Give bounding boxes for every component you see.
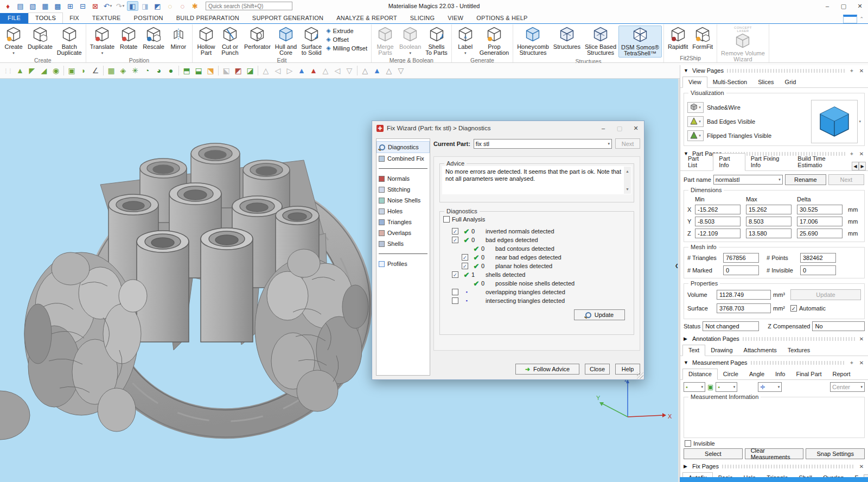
shells-to-parts-button[interactable]: Shells To Parts xyxy=(423,26,449,56)
ribbon-tab-options-help[interactable]: OPTIONS & HELP xyxy=(470,13,534,23)
label-button[interactable]: ALabel▾ xyxy=(454,26,477,56)
shade-wire-button[interactable]: ▾ xyxy=(687,102,704,113)
second-point-combo[interactable]: •▾ xyxy=(716,382,737,392)
advice-scrollbar[interactable]: ▲▼ xyxy=(624,167,631,194)
sphere-mark-tool-icon[interactable]: ● xyxy=(165,65,177,77)
dropdown-caret-icon[interactable]: ▾ xyxy=(123,4,125,8)
expand-arrow-icon[interactable]: ▶ xyxy=(684,464,689,469)
update-properties-button[interactable]: Update xyxy=(790,289,861,300)
add-part-icon[interactable]: ⊞ xyxy=(65,1,76,11)
ribbon-tab-texture[interactable]: TEXTURE xyxy=(86,13,127,23)
diagnostic-checkbox[interactable]: ✓ xyxy=(452,271,458,278)
dialog-maximize-icon[interactable]: ▢ xyxy=(611,122,628,135)
dropdown-caret-icon[interactable]: ▾ xyxy=(699,105,701,110)
surface-to-solid-button[interactable]: Surface to Solid xyxy=(299,26,324,56)
ribbon-tab-slicing[interactable]: SLICING xyxy=(404,13,441,23)
tab-slices[interactable]: Slices xyxy=(752,77,779,87)
sector-mark-tool-icon[interactable]: ◔ xyxy=(141,65,153,77)
dropdown-caret-icon[interactable]: ▾ xyxy=(110,4,112,8)
y-delta-value[interactable]: 17.006 xyxy=(797,217,843,226)
milling-offset-button[interactable]: ◈Milling Offset xyxy=(326,45,367,52)
dropdown-caret-icon[interactable]: ▾ xyxy=(733,385,736,389)
rename-button[interactable]: Rename xyxy=(785,174,826,185)
volume-value[interactable]: 1128.749 xyxy=(717,290,771,300)
dropdown-caret-icon[interactable]: ▾ xyxy=(778,385,780,389)
tab-text[interactable]: Text xyxy=(682,345,705,356)
collapse-triangle-tool-icon[interactable]: ▽ xyxy=(395,65,407,77)
collapse-arrow-icon[interactable]: ▼ xyxy=(684,68,689,73)
x-delta-value[interactable]: 30.525 xyxy=(797,205,843,214)
cube-orange-tool-icon[interactable]: ⬔ xyxy=(205,65,216,77)
rapidfit-button[interactable]: Rapidfit xyxy=(666,26,690,50)
dialog-title-bar[interactable]: ✚ Fix Wizard (Part: fix stl) > Diagnosti… xyxy=(372,121,644,135)
dropdown-caret-icon[interactable]: ▾ xyxy=(12,50,15,56)
save-part-icon[interactable]: ⊟ xyxy=(77,1,88,11)
hollow-part-button[interactable]: Hollow Part xyxy=(194,26,218,56)
y-min-value[interactable]: -8.503 xyxy=(695,217,741,226)
dropdown-caret-icon[interactable]: ▾ xyxy=(699,134,701,138)
formfit-button[interactable]: FormFit xyxy=(690,26,715,50)
ribbon-tab-analyze-report[interactable]: ANALYZE & REPORT xyxy=(330,13,404,23)
slice-based-structures-button[interactable]: Slice Based Structures xyxy=(583,26,618,56)
mark-surface-tool-icon[interactable]: ◢ xyxy=(38,65,50,77)
clear-measurements-button[interactable]: Clear Measurements xyxy=(745,448,804,459)
flipped-triangles-visible-button[interactable]: ▾ xyxy=(687,130,704,141)
diagnostic-checkbox[interactable]: ✓ xyxy=(452,237,458,243)
window-mark-tool-icon[interactable]: ▦ xyxy=(105,65,117,77)
tab-grid[interactable]: Grid xyxy=(780,77,802,87)
new-scene-icon[interactable]: ▤ xyxy=(15,1,26,11)
close-panel-icon[interactable]: ✕ xyxy=(858,68,865,74)
rotate-button[interactable]: Rotate xyxy=(117,26,141,50)
z-min-value[interactable]: -12.109 xyxy=(695,229,741,238)
select-triangle-tool-icon[interactable]: ▲ xyxy=(14,65,26,77)
annotation-pages-header[interactable]: ▶ Annotation Pages ✕ xyxy=(680,333,868,344)
exact-point-button[interactable]: ▣ xyxy=(707,383,713,391)
current-part-combo[interactable]: fix stl▾ xyxy=(474,139,612,149)
tab-build-time-estimatio[interactable]: Build Time Estimatio xyxy=(792,154,852,170)
axis-mode-combo[interactable]: ✛▾ xyxy=(758,382,782,392)
spread-mark-tool-icon[interactable]: ✳ xyxy=(129,65,141,77)
fix-wizard-page-noise-shells[interactable]: Noise Shells xyxy=(376,195,430,206)
tab-distance[interactable]: Distance xyxy=(682,369,718,380)
ribbon-tab-position[interactable]: POSITION xyxy=(127,13,170,23)
tab-angle[interactable]: Angle xyxy=(744,369,770,379)
mirror-button[interactable]: Mirror xyxy=(167,26,190,50)
marked-cube-tool-icon[interactable]: ◩ xyxy=(232,65,244,77)
settings-icon[interactable]: ✱ xyxy=(189,1,201,11)
fix-wizard-page-diagnostics[interactable]: Diagnostics xyxy=(376,141,430,153)
x-max-value[interactable]: 15.262 xyxy=(746,205,792,214)
tab-textures[interactable]: Textures xyxy=(782,345,816,356)
pin-icon[interactable]: + xyxy=(848,68,855,74)
collapse-ribbon-icon[interactable]: ⌃ xyxy=(859,16,864,22)
flip-left-tool-icon[interactable]: ◁ xyxy=(331,65,343,77)
update-diagnostics-button[interactable]: Update xyxy=(574,309,625,320)
save-as-icon[interactable]: ▩ xyxy=(52,1,63,11)
dropdown-caret-icon[interactable]: ▾ xyxy=(699,119,701,124)
tab-drawing[interactable]: Drawing xyxy=(705,345,738,356)
zoom-in-icon[interactable]: ◌ xyxy=(164,1,176,11)
scroll-right-icon[interactable]: ▶ xyxy=(859,162,866,170)
polyline-mark-tool-icon[interactable]: ∠ xyxy=(90,65,101,77)
points-value[interactable]: 382462 xyxy=(800,253,836,263)
hull-and-core-button[interactable]: Hull and Core xyxy=(273,26,299,56)
triangles-value[interactable]: 767856 xyxy=(723,253,759,263)
diagnostic-checkbox[interactable] xyxy=(452,297,458,304)
green-cube-tool-icon[interactable]: ◪ xyxy=(244,65,256,77)
diagnostic-checkbox[interactable]: ✓ xyxy=(462,263,468,269)
dropdown-caret-icon[interactable]: ▾ xyxy=(464,50,467,56)
pin-icon[interactable]: + xyxy=(848,360,855,366)
dropdown-caret-icon[interactable]: ▾ xyxy=(101,50,104,56)
expand-arrow-icon[interactable]: ▶ xyxy=(684,336,689,341)
point-mode-combo[interactable]: •▾ xyxy=(684,382,705,392)
ribbon-tab-support-generation[interactable]: SUPPORT GENERATION xyxy=(246,13,330,23)
z-max-value[interactable]: 13.580 xyxy=(746,229,792,238)
surface-value[interactable]: 3768.703 xyxy=(717,303,771,313)
automatic-checkbox[interactable]: ✓ xyxy=(790,305,797,312)
tab-info[interactable]: Info xyxy=(770,369,790,379)
cube-mark-tool-icon[interactable]: ⬒ xyxy=(181,65,193,77)
tab-attachments[interactable]: Attachments xyxy=(738,345,782,356)
outline-triangle-tool-icon[interactable]: △ xyxy=(320,65,331,77)
close-panel-icon[interactable]: ✕ xyxy=(858,336,865,342)
fix-wizard-page-overlaps[interactable]: Overlaps xyxy=(376,227,430,238)
close-icon[interactable]: ✕ xyxy=(852,1,868,11)
